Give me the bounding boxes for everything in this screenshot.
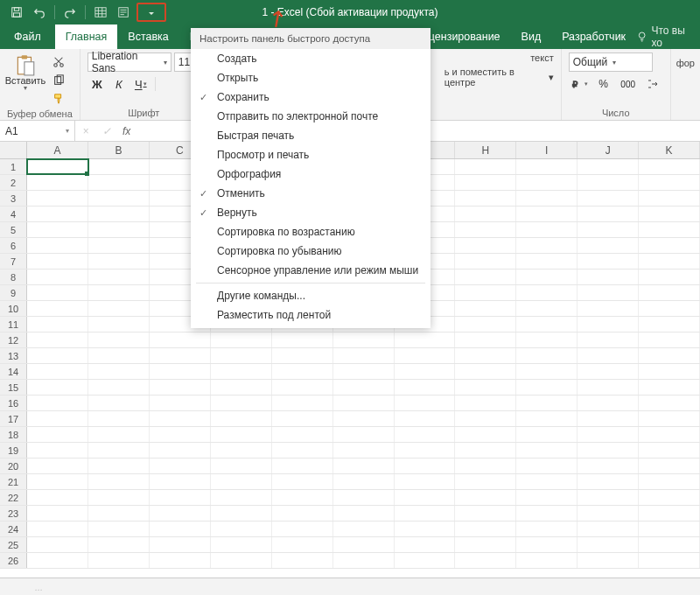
cell[interactable]: [455, 301, 516, 316]
cell[interactable]: [578, 522, 639, 536]
cell[interactable]: [516, 191, 578, 206]
cell[interactable]: [150, 364, 211, 379]
cell[interactable]: [455, 490, 516, 505]
cell[interactable]: [272, 364, 333, 379]
cell[interactable]: [578, 458, 639, 473]
cell[interactable]: [88, 270, 150, 284]
cell[interactable]: [639, 222, 700, 237]
row-header[interactable]: 22: [0, 490, 27, 505]
cell[interactable]: [455, 159, 516, 174]
row-header[interactable]: 20: [0, 458, 27, 473]
menu-item[interactable]: Сортировка по убыванию: [191, 242, 430, 261]
cell[interactable]: [150, 537, 211, 552]
undo-icon[interactable]: [30, 3, 49, 22]
cell[interactable]: [211, 522, 272, 536]
cell[interactable]: [455, 537, 516, 552]
cell[interactable]: [88, 522, 150, 536]
cell[interactable]: [272, 458, 333, 473]
cell[interactable]: [150, 553, 211, 568]
underline-button[interactable]: Ч▾: [131, 75, 150, 93]
cell[interactable]: [211, 332, 272, 347]
row-header[interactable]: 5: [0, 222, 27, 237]
cell[interactable]: [88, 427, 150, 442]
cell[interactable]: [272, 537, 333, 552]
cell[interactable]: [455, 332, 516, 347]
cell[interactable]: [333, 490, 395, 505]
cell[interactable]: [455, 411, 516, 426]
row-header[interactable]: 23: [0, 506, 27, 521]
column-header[interactable]: A: [27, 142, 88, 158]
cell[interactable]: [455, 191, 516, 206]
cell[interactable]: [395, 396, 456, 410]
cell[interactable]: [27, 332, 88, 347]
cell[interactable]: [639, 254, 700, 269]
row-header[interactable]: 3: [0, 191, 27, 206]
cell[interactable]: [272, 553, 333, 568]
cell[interactable]: [578, 474, 639, 489]
cell[interactable]: [639, 396, 700, 410]
form-icon[interactable]: [114, 3, 133, 22]
cell[interactable]: [333, 458, 395, 473]
cell[interactable]: [150, 380, 211, 395]
row-header[interactable]: 24: [0, 522, 27, 536]
cell[interactable]: [578, 396, 639, 410]
tab-view[interactable]: Вид: [511, 24, 552, 49]
cell[interactable]: [639, 458, 700, 473]
number-format-combo[interactable]: Общий▾: [569, 52, 653, 72]
cell[interactable]: [27, 537, 88, 552]
cell[interactable]: [395, 490, 456, 505]
cell[interactable]: [455, 553, 516, 568]
cell[interactable]: [211, 427, 272, 442]
cell[interactable]: [395, 553, 456, 568]
cell[interactable]: [639, 348, 700, 363]
menu-item[interactable]: Орфография: [191, 164, 430, 184]
cell[interactable]: [639, 285, 700, 300]
cell[interactable]: [211, 458, 272, 473]
cell[interactable]: [578, 553, 639, 568]
menu-item[interactable]: ✓Сохранить: [191, 88, 430, 107]
cell[interactable]: [150, 490, 211, 505]
cell[interactable]: [455, 380, 516, 395]
cell[interactable]: [516, 364, 578, 379]
bold-button[interactable]: Ж: [88, 75, 107, 93]
increase-decimal-button[interactable]: [642, 75, 663, 93]
cell[interactable]: [516, 254, 578, 269]
italic-button[interactable]: К: [109, 75, 129, 93]
cell[interactable]: [88, 364, 150, 379]
cell[interactable]: [516, 270, 578, 284]
cell[interactable]: [455, 270, 516, 284]
tab-developer[interactable]: Разработчик: [551, 24, 636, 49]
cell[interactable]: [88, 490, 150, 505]
cut-icon[interactable]: [49, 54, 68, 70]
cell[interactable]: [516, 537, 578, 552]
wrap-text-fragment[interactable]: текст: [530, 52, 554, 63]
cell[interactable]: [272, 411, 333, 426]
column-header[interactable]: K: [639, 142, 700, 158]
row-header[interactable]: 15: [0, 380, 27, 395]
cell[interactable]: [516, 443, 578, 458]
cell[interactable]: [639, 553, 700, 568]
cell[interactable]: [27, 159, 88, 174]
cell[interactable]: [333, 396, 395, 410]
cell[interactable]: [211, 553, 272, 568]
row-header[interactable]: 8: [0, 270, 27, 284]
cell[interactable]: [455, 317, 516, 332]
cell[interactable]: [578, 301, 639, 316]
column-header[interactable]: J: [578, 142, 639, 158]
cell[interactable]: [211, 364, 272, 379]
cell[interactable]: [272, 380, 333, 395]
cell[interactable]: [578, 364, 639, 379]
cell[interactable]: [516, 474, 578, 489]
menu-item[interactable]: ✓Отменить: [191, 184, 430, 203]
cell[interactable]: [27, 206, 88, 221]
cell[interactable]: [516, 427, 578, 442]
cell[interactable]: [455, 427, 516, 442]
menu-item[interactable]: Сортировка по возрастанию: [191, 222, 430, 242]
cell[interactable]: [272, 332, 333, 347]
cell[interactable]: [455, 458, 516, 473]
menu-item[interactable]: Просмотр и печать: [191, 145, 430, 164]
cell[interactable]: [211, 443, 272, 458]
cell[interactable]: [333, 522, 395, 536]
cell[interactable]: [395, 443, 456, 458]
cell[interactable]: [578, 206, 639, 221]
